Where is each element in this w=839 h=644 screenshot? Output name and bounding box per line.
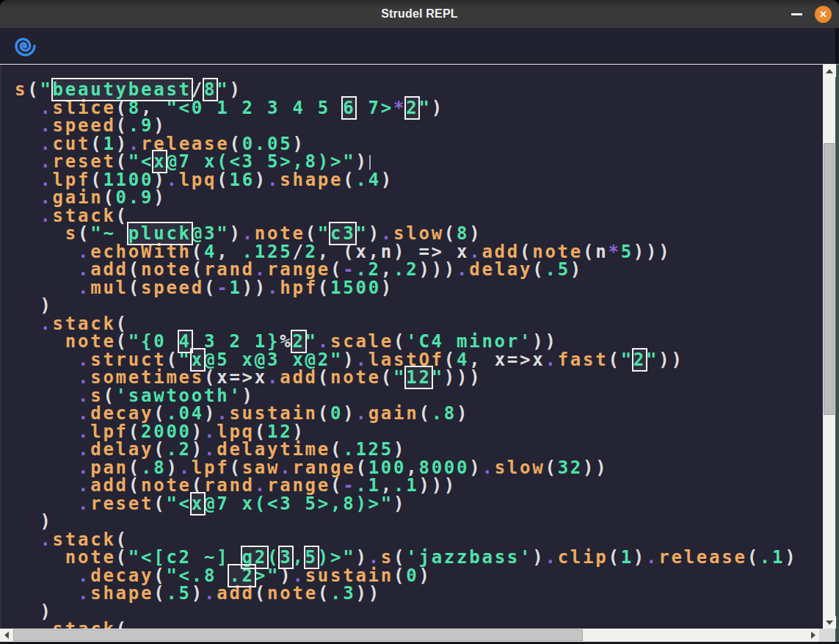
code-token: .: [40, 619, 52, 629]
code-line: .stack(: [15, 207, 822, 225]
code-token: ): [192, 583, 204, 604]
code-token: fast: [558, 350, 609, 370]
code-token: ): [570, 259, 583, 280]
code-token: (: [343, 170, 355, 190]
code-line: .speed(.9): [15, 117, 822, 135]
code-token: .: [646, 547, 658, 568]
code-line: s("~ pluck@3").note("c3").slow(8): [15, 225, 822, 243]
code-line: .reset("<x@7 x(<3 5>,8)>"): [15, 495, 822, 513]
toolbar: [0, 28, 839, 64]
active-token-highlight: 6: [343, 98, 355, 118]
code-token: ): [381, 278, 393, 298]
code-token: 0: [406, 565, 418, 586]
code-line: .gain(0.9): [15, 189, 822, 207]
code-token: .: [204, 583, 217, 604]
code-token: (: [532, 259, 545, 280]
code-token: (: [545, 457, 557, 478]
active-token-highlight: x: [192, 493, 204, 514]
code-token: .1: [760, 547, 785, 568]
code-token: (: [128, 278, 141, 298]
code-token: (: [204, 278, 217, 298]
code-editor[interactable]: s("beautybeast/8") .slice(8, "<0 1 2 3 4…: [0, 65, 822, 629]
titlebar[interactable]: Strudel REPL ✕: [0, 0, 839, 28]
down-arrow-icon: [826, 621, 833, 625]
code-token: .: [78, 278, 90, 298]
code-line: .mul(speed(-1)).hpf(1500): [15, 279, 822, 297]
code-line: .delay(.2).delaytime(.125): [15, 441, 822, 459]
code-token: ): [532, 547, 545, 568]
code-line: .add(note(rand.range(-.2,.2))).delay(.5): [15, 261, 822, 279]
code-token: .4: [355, 170, 380, 190]
code-token: .: [78, 583, 90, 604]
minimize-button[interactable]: [791, 13, 802, 15]
code-token: ): [153, 187, 166, 208]
up-arrow-icon: [826, 69, 833, 73]
code-token: )): [242, 278, 267, 298]
left-arrow-icon: [4, 632, 9, 639]
code-token: ))): [418, 475, 457, 496]
scroll-down-button[interactable]: [823, 616, 836, 629]
code-token: ): [381, 170, 393, 190]
vertical-scrollbar[interactable]: [822, 65, 835, 629]
code-token: ): [432, 98, 444, 118]
code-token: lpq: [179, 170, 217, 190]
horizontal-scrollbar-track[interactable]: [12, 629, 807, 642]
code-token: )): [583, 457, 608, 478]
code-token: ": [621, 350, 633, 370]
code-token: (: [318, 583, 330, 604]
code-token: (: [381, 367, 393, 388]
code-line: .decay("<.8 .2>").sustain(0): [15, 567, 822, 585]
code-token: *: [608, 242, 620, 262]
code-token: speed: [141, 278, 204, 298]
code-line: .shape(.5).add(note(.3)): [15, 585, 822, 603]
code-line: note("{0 4 3 2 1}%2".scale('C4 minor')): [15, 333, 822, 351]
code-token: hpf: [280, 278, 318, 298]
strudel-spiral-logo-icon[interactable]: [15, 35, 36, 57]
code-token: .: [457, 259, 469, 280]
strudel-repl-window: Strudel REPL ✕ s("beautybeast/8") .slice…: [0, 0, 839, 644]
code-token: (: [318, 367, 330, 388]
code-token: add: [280, 367, 318, 388]
code-token: "<0 1 2 3 4 5: [166, 98, 343, 118]
code-line: .slice(8, "<0 1 2 3 4 5 6 7>*2"): [15, 99, 822, 117]
code-token: 7>: [355, 98, 393, 118]
code-token: ))): [633, 242, 672, 262]
code-token: (: [608, 547, 620, 568]
code-token: delay: [469, 259, 532, 280]
code-token: shape: [90, 583, 153, 604]
scroll-up-button[interactable]: [823, 65, 836, 77]
close-button[interactable]: ✕: [815, 6, 832, 23]
right-arrow-icon: [811, 632, 816, 639]
code-token: (: [217, 170, 229, 190]
scroll-right-button[interactable]: [807, 629, 819, 642]
code-token: @7 x(<3 5>,8)>": [204, 493, 393, 514]
vertical-scrollbar-thumb[interactable]: [824, 143, 835, 415]
code-token: (: [255, 583, 267, 604]
code-token: "<: [166, 493, 191, 514]
code-token: 1: [229, 278, 241, 298]
code-token: (: [192, 475, 204, 496]
code-token: 1: [621, 547, 633, 568]
code-token: add: [217, 583, 255, 604]
code-line: .pan(.8).lpf(saw.range(100,8000).slow(32…: [15, 459, 822, 477]
code-line: .sometimes(x=>x.add(note("12"))): [15, 369, 822, 387]
code-token: .: [482, 457, 494, 478]
code-token: .8: [432, 403, 457, 424]
close-icon: ✕: [819, 9, 827, 20]
horizontal-scrollbar[interactable]: [0, 629, 839, 642]
code-line: .add(note(rand.range(-.1,.1))): [15, 477, 822, 495]
code-token: clip: [558, 547, 609, 568]
horizontal-scrollbar-thumb[interactable]: [13, 629, 583, 641]
code-token: release: [658, 547, 747, 568]
code-token: ): [343, 403, 355, 424]
code-line: .stack(: [15, 531, 822, 549]
code-line: .reset("<x@7 x(<3 5>,8)>"): [15, 153, 822, 171]
scroll-left-button[interactable]: [0, 629, 12, 642]
code-token: mul: [90, 278, 128, 298]
code-token: .3: [330, 583, 355, 604]
code-token: .: [78, 493, 90, 514]
code-token: ): [785, 547, 797, 568]
code-token: ): [633, 547, 646, 568]
code-token: )): [658, 350, 683, 370]
code-token: 0: [330, 403, 343, 424]
